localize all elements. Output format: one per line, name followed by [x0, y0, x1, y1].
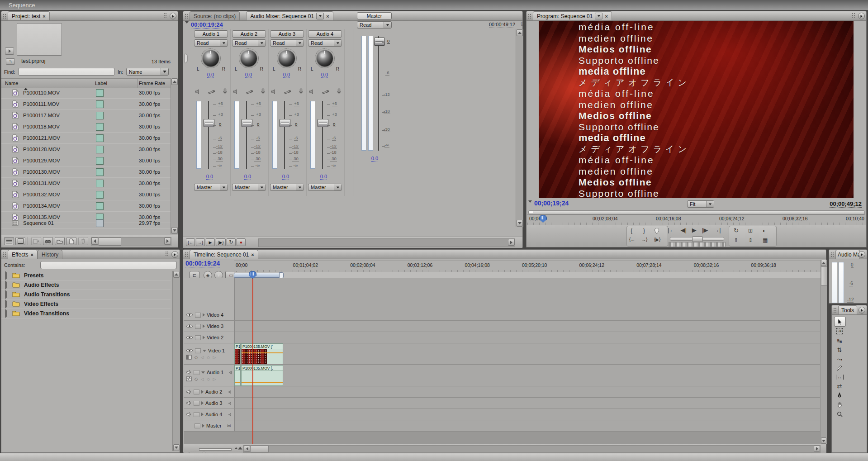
transport-button[interactable]: ▶ — [692, 227, 697, 233]
fader-handle[interactable] — [204, 119, 214, 127]
scroll-down-button[interactable] — [171, 227, 178, 234]
label-swatch[interactable] — [96, 157, 104, 165]
track-lock-slot[interactable] — [195, 335, 201, 340]
collapse-triangle-icon[interactable] — [528, 203, 532, 208]
set-display-style-icon[interactable] — [186, 376, 192, 381]
slide-tool[interactable]: ⇄ — [834, 381, 845, 390]
clip-opacity-rubber-band[interactable] — [242, 352, 283, 353]
fader-handle[interactable] — [374, 38, 385, 46]
new-bin-button[interactable] — [55, 237, 65, 245]
lift-button[interactable]: ⇑ — [734, 237, 738, 243]
column-name[interactable]: Name — [5, 81, 18, 86]
zoom-in-button[interactable] — [234, 447, 242, 449]
track-name[interactable]: Audio 2 — [205, 389, 222, 394]
video-track-row[interactable]: Video 2 — [184, 332, 820, 343]
scroll-down-button[interactable] — [173, 444, 180, 451]
set-in-button[interactable]: { — [631, 228, 632, 234]
chevron-down-icon[interactable] — [258, 184, 266, 190]
table-row[interactable]: P1000132.MOV 30.00 fps — [1, 189, 171, 200]
track-name[interactable]: Master — [206, 423, 222, 428]
slip-tool[interactable]: ↔ — [834, 372, 845, 381]
fader-track[interactable] — [284, 101, 285, 169]
table-row[interactable]: P1000128.MOV 30.00 fps — [1, 144, 171, 155]
chevron-down-icon[interactable] — [316, 13, 324, 19]
fader-handle[interactable] — [318, 119, 328, 127]
track-lock-slot[interactable] — [194, 401, 199, 406]
record-button[interactable]: ● — [237, 238, 246, 246]
zoom-slider[interactable] — [199, 448, 232, 451]
keyframe-nav[interactable]: ◁ ◇ ▷ — [201, 355, 217, 360]
tab-audio-mixer[interactable]: Audio Mixer: Sequence 01 × — [246, 11, 333, 20]
expand-track-icon[interactable] — [201, 390, 204, 394]
razor-tool[interactable] — [834, 363, 845, 372]
effects-vscrollbar[interactable] — [172, 271, 180, 451]
track-lock-slot[interactable] — [194, 370, 199, 375]
mixer-hscrollbar[interactable] — [258, 238, 515, 247]
column-frame-rate[interactable]: Frame Rate — [139, 81, 165, 86]
pen-tool[interactable] — [834, 390, 845, 399]
track-select-tool[interactable]: ⇥ — [834, 327, 845, 336]
record-enable-icon[interactable] — [261, 88, 266, 95]
icon-view-button[interactable] — [15, 237, 25, 245]
panel-menu-button[interactable] — [859, 307, 865, 314]
list-view-button[interactable] — [4, 237, 14, 245]
label-swatch[interactable] — [96, 112, 104, 119]
transport-button[interactable]: →| — [713, 227, 721, 233]
label-swatch[interactable] — [96, 134, 104, 142]
scroll-up-button[interactable] — [517, 29, 523, 36]
timeline-hscrollbar[interactable] — [243, 445, 821, 453]
tab-history[interactable]: History — [38, 250, 62, 259]
master-track-row[interactable]: Master ⋈ — [184, 420, 820, 432]
chevron-down-icon[interactable] — [706, 201, 714, 207]
rate-stretch-tool[interactable]: ↝ — [834, 354, 845, 363]
table-row[interactable]: P1000130.MOV 30.00 fps — [1, 166, 171, 178]
track-name-button[interactable]: Audio 1 — [194, 30, 228, 38]
shuttle-slider[interactable] — [670, 237, 724, 241]
track-name[interactable]: Video 3 — [207, 323, 223, 329]
project-vscrollbar[interactable] — [171, 78, 178, 234]
track-name[interactable]: Audio 4 — [205, 412, 222, 417]
track-name-button[interactable]: Master — [357, 12, 392, 19]
video-track-row[interactable]: Video 4 — [184, 309, 820, 321]
program-video-display[interactable]: média off-line medien offline Medios off… — [539, 21, 854, 198]
extract-button[interactable]: ⇕ — [748, 237, 753, 243]
automation-mode-combo[interactable]: Read — [232, 39, 266, 47]
disclosure-triangle-icon[interactable] — [5, 282, 7, 288]
record-enable-icon[interactable] — [299, 88, 304, 95]
goto-out-button[interactable]: →} — [196, 238, 205, 246]
zoom-out-button[interactable] — [187, 447, 191, 452]
volume-value[interactable]: 0.0 — [282, 174, 289, 180]
table-row[interactable]: P1000134.MOV 30.00 fps — [1, 200, 171, 212]
mute-track-icon[interactable] — [194, 89, 201, 95]
track-lock-slot[interactable] — [195, 324, 201, 329]
mute-track-icon[interactable] — [308, 89, 315, 95]
panel-grip[interactable] — [185, 252, 189, 258]
scroll-left-button[interactable] — [91, 238, 98, 245]
table-row[interactable]: P1000111.MOV 30.00 fps — [1, 99, 171, 110]
toggle-track-output-icon[interactable] — [186, 348, 193, 353]
audio-clip-short[interactable]: P1 — [234, 365, 241, 386]
toggle-track-output-icon[interactable] — [186, 370, 192, 375]
audio-clip-long[interactable]: P1000135.MOV [. — [241, 365, 283, 386]
goto-in-button[interactable]: {← — [186, 238, 195, 246]
tab-tools[interactable]: Tools — [838, 305, 857, 314]
clip-volume-rubber-band[interactable] — [235, 382, 240, 383]
close-icon[interactable]: × — [43, 14, 45, 19]
pan-knob[interactable] — [279, 50, 295, 67]
zoom-slider-handle[interactable] — [202, 447, 206, 452]
track-lock-slot[interactable] — [195, 313, 201, 318]
toggle-track-output-icon[interactable] — [186, 335, 193, 340]
effects-folder-row[interactable]: Audio Effects — [1, 280, 171, 290]
effects-folder-row[interactable]: Video Transitions — [1, 309, 171, 318]
set-display-style-icon[interactable] — [186, 355, 192, 360]
disclosure-triangle-icon[interactable] — [5, 301, 7, 307]
shuttle-handle[interactable] — [692, 236, 703, 242]
fader-handle[interactable] — [280, 119, 290, 127]
close-icon[interactable]: × — [326, 14, 329, 19]
disclosure-triangle-icon[interactable] — [5, 292, 7, 297]
output-assign-combo[interactable]: Master — [232, 184, 266, 191]
chevron-down-icon[interactable] — [296, 40, 304, 46]
scroll-left-button[interactable] — [244, 446, 250, 451]
label-swatch[interactable] — [96, 191, 104, 199]
mixer-timecode[interactable]: 00:00:19:24 — [191, 22, 223, 29]
